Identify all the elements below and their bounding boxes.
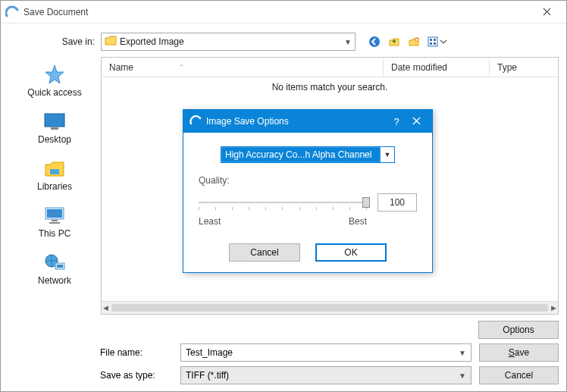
save-in-value: Exported Image [120,36,344,47]
sidebar-item-network[interactable]: Network [8,248,101,289]
column-name-label: Name [109,62,133,73]
app-icon [5,5,19,19]
quality-value-input[interactable]: 100 [377,193,417,212]
new-folder-button[interactable]: ★ [407,35,421,49]
column-date[interactable]: Date modified [384,58,490,77]
window-title: Save Document [23,7,531,17]
up-one-level-button[interactable] [387,35,401,49]
svg-rect-12 [47,209,62,218]
quality-label: Quality: [199,175,417,186]
scroll-right-icon[interactable]: ▶ [551,304,556,312]
slider-track [199,202,367,203]
window-titlebar: Save Document [1,1,566,24]
svg-rect-5 [434,39,436,41]
compression-value: High Accuracy Co...h Alpha Channel [221,147,381,162]
file-list-header: Name ⌃ Date modified Type [102,58,558,77]
slider-min-label: Least [199,216,221,227]
save-in-field: Exported Image ▼ ★ [101,33,559,51]
sidebar-item-label: Network [38,275,71,286]
svg-rect-14 [49,222,60,224]
image-save-options-dialog: Image Save Options ? High Accuracy Co...… [183,109,433,273]
filename-input[interactable]: Test_Image ▼ [180,343,471,362]
modal-cancel-button[interactable]: Cancel [229,243,300,262]
this-pc-icon [41,204,68,227]
save-in-row: Save in: Exported Image ▼ ★ [8,33,559,51]
scroll-track[interactable] [111,304,548,312]
svg-rect-10 [50,169,59,174]
column-type[interactable]: Type [490,58,558,77]
sidebar-item-label: Desktop [38,134,71,145]
modal-close-button[interactable] [406,115,426,127]
filename-row: File name: Test_Image ▼ Save [8,343,559,362]
sidebar-item-label: Quick access [27,87,81,98]
options-button[interactable]: Options [478,321,559,339]
sidebar-item-this-pc[interactable]: This PC [8,201,101,242]
sidebar-item-label: Libraries [37,181,72,192]
column-name[interactable]: Name ⌃ [102,58,384,77]
svg-rect-8 [45,114,64,127]
svg-rect-6 [430,42,432,45]
modal-ok-button[interactable]: OK [315,243,387,262]
app-icon [190,114,202,129]
quality-slider[interactable] [199,195,367,210]
modal-button-row: Cancel OK [199,243,417,262]
filetype-row: Save as type: TIFF (*.tiff) ▼ Cancel [8,366,559,384]
places-sidebar: Quick access Desktop Libraries This PC [8,57,101,315]
modal-title: Image Save Options [206,116,387,127]
svg-point-0 [369,36,380,47]
save-in-combo[interactable]: Exported Image ▼ [101,33,356,51]
location-toolbar: ★ [368,35,448,49]
chevron-down-icon: ▼ [381,151,394,158]
svg-rect-13 [52,220,58,221]
save-button[interactable]: Save [479,343,559,362]
filetype-combo[interactable]: TIFF (*.tiff) ▼ [180,366,471,384]
save-in-label: Save in: [8,36,101,47]
chevron-down-icon: ▼ [344,38,352,46]
slider-max-label: Best [349,216,367,227]
cancel-button[interactable]: Cancel [479,366,559,384]
sidebar-item-label: This PC [39,228,71,239]
scroll-left-icon[interactable]: ◀ [103,304,108,312]
folder-icon [105,36,117,49]
chevron-down-icon: ▼ [459,349,466,357]
network-icon [41,251,68,274]
compression-combo[interactable]: High Accuracy Co...h Alpha Channel ▼ [221,146,395,163]
svg-rect-4 [430,39,432,41]
view-menu-button[interactable] [427,35,448,49]
modal-body: High Accuracy Co...h Alpha Channel ▼ Qua… [183,133,432,272]
slider-range-labels: Least Best [199,216,417,227]
empty-message: No items match your search. [272,82,388,93]
filename-value: Test_Image [186,347,459,358]
filetype-value: TIFF (*.tiff) [186,370,459,381]
quality-slider-row: 100 [199,193,417,212]
quick-access-icon [41,63,68,86]
sidebar-item-quick-access[interactable]: Quick access [8,60,101,101]
svg-rect-17 [57,265,63,268]
options-row: Options [8,321,559,339]
modal-titlebar: Image Save Options ? [183,110,432,133]
sort-indicator-icon: ⌃ [179,64,184,71]
svg-rect-7 [434,42,436,45]
horizontal-scrollbar[interactable]: ◀ ▶ [102,301,558,314]
bottom-section: Options File name: Test_Image ▼ Save Sav… [8,321,559,384]
chevron-down-icon: ▼ [459,372,466,380]
filename-label: File name: [100,347,176,358]
svg-rect-3 [428,37,437,46]
sidebar-item-libraries[interactable]: Libraries [8,154,101,195]
back-button[interactable] [368,35,381,49]
desktop-icon [41,110,68,133]
sidebar-item-desktop[interactable]: Desktop [8,107,101,148]
slider-thumb[interactable] [362,197,370,208]
slider-ticks [199,207,367,210]
window-close-button[interactable] [531,2,562,23]
filetype-label: Save as type: [100,370,176,381]
modal-help-button[interactable]: ? [387,116,406,127]
svg-rect-9 [51,127,58,130]
libraries-icon [41,157,68,180]
